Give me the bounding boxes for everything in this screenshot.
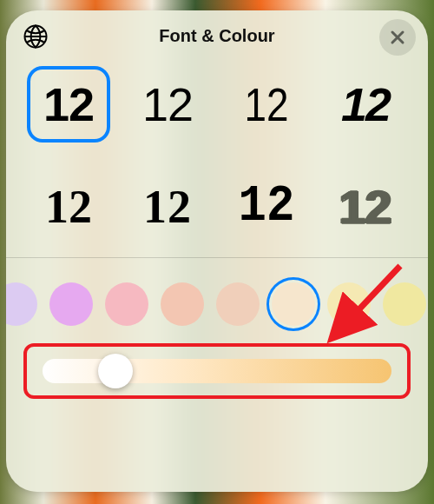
font-sample: 12 [239, 181, 295, 232]
font-colour-panel: Font & Colour 12 12 12 12 12 12 12 12 [6, 10, 428, 492]
color-swatch-rose[interactable] [105, 282, 148, 326]
font-sample: 12 [244, 81, 288, 128]
font-option-compact[interactable]: 12 [231, 66, 302, 143]
font-grid: 12 12 12 12 12 12 12 12 [6, 61, 428, 257]
font-sample: 12 [43, 81, 94, 128]
font-option-mono[interactable]: 12 [225, 165, 308, 249]
close-button[interactable] [379, 19, 416, 56]
font-option-default[interactable]: 12 [126, 66, 209, 143]
color-swatch-pink[interactable] [49, 282, 93, 326]
tint-slider[interactable] [36, 355, 398, 387]
font-option-outline[interactable]: 12 [324, 169, 407, 245]
font-sample: 12 [341, 81, 390, 128]
color-row [6, 258, 428, 338]
font-option-rounded[interactable]: 12 [27, 66, 110, 143]
language-button[interactable] [18, 19, 53, 54]
color-swatch-apricot[interactable] [216, 282, 260, 326]
font-option-serif[interactable]: 12 [27, 169, 110, 245]
font-sample: 12 [45, 183, 92, 230]
close-icon [390, 30, 405, 45]
font-sample: 12 [339, 183, 391, 230]
color-swatch-extra[interactable] [383, 282, 426, 326]
color-swatch-peach[interactable] [161, 282, 204, 326]
slider-thumb[interactable] [98, 354, 133, 388]
font-option-slab[interactable]: 12 [126, 169, 209, 245]
panel-header: Font & Colour [6, 10, 428, 61]
tint-slider-highlight [23, 343, 411, 399]
color-swatch-cream[interactable] [272, 282, 315, 326]
font-sample: 12 [143, 183, 192, 230]
panel-title: Font & Colour [159, 26, 274, 46]
font-option-bold-italic[interactable]: 12 [324, 66, 407, 143]
color-swatch-lavender[interactable] [6, 282, 37, 326]
globe-icon [23, 23, 49, 50]
slider-track [43, 359, 391, 383]
font-sample: 12 [142, 81, 193, 128]
color-swatch-yellow[interactable] [327, 282, 371, 326]
